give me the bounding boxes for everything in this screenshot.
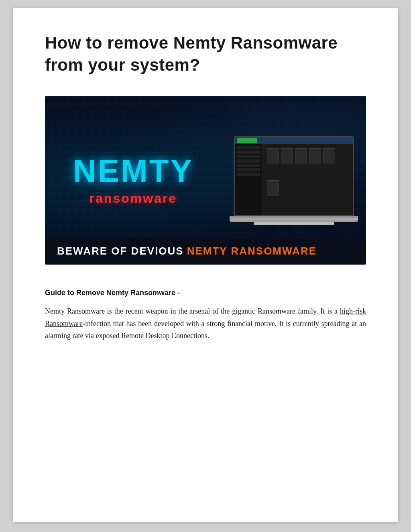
file-icon-3 xyxy=(295,148,307,163)
nemty-title-text: NEMTY xyxy=(73,155,193,187)
laptop-mockup xyxy=(234,136,354,216)
sidebar-mock-3 xyxy=(237,155,260,158)
sidebar-mock-6 xyxy=(237,168,260,171)
file-icon-2 xyxy=(281,148,293,163)
sidebar-mock-5 xyxy=(237,164,260,167)
file-icon-4 xyxy=(309,148,321,163)
hero-left: NEMTY ransomware xyxy=(45,143,222,218)
sidebar-mock-7 xyxy=(237,173,260,176)
guide-heading: Guide to Remove Nemty Ransomware - xyxy=(45,289,366,297)
hero-image: NEMTY ransomware xyxy=(45,96,366,265)
sidebar-mock-2 xyxy=(237,151,260,154)
beware-white-text: BEWARE OF DEVIOUS xyxy=(57,245,184,257)
ransomware-subtitle-text: ransomware xyxy=(90,191,177,206)
hero-right xyxy=(222,128,366,233)
sidebar-mock-4 xyxy=(237,159,260,163)
laptop-main xyxy=(263,144,353,215)
page-container: How to remove Nemty Ransomware from your… xyxy=(13,8,398,522)
laptop-toolbar xyxy=(235,137,353,144)
high-risk-ransomware-link[interactable]: high-risk Ransomware xyxy=(45,307,366,328)
file-icon-1 xyxy=(267,148,279,163)
laptop-content xyxy=(235,144,353,215)
toolbar-green-bar xyxy=(237,138,257,143)
hero-image-container: NEMTY ransomware xyxy=(45,96,366,265)
laptop-sidebar xyxy=(235,144,263,215)
file-icon-5 xyxy=(323,148,335,163)
laptop-base xyxy=(230,216,358,222)
laptop-screen xyxy=(235,137,353,215)
laptop-stand xyxy=(254,222,334,225)
hero-bottom-bar: BEWARE OF DEVIOUS NEMTY RANSOMWARE xyxy=(45,238,366,265)
guide-section: Guide to Remove Nemty Ransomware - Nemty… xyxy=(45,289,366,342)
sidebar-mock-1 xyxy=(237,146,260,149)
file-icon-6 xyxy=(267,180,279,196)
beware-orange-text: NEMTY RANSOMWARE xyxy=(187,245,317,257)
page-title: How to remove Nemty Ransomware from your… xyxy=(45,32,366,76)
guide-body: Nemty Ransomware is the recent weapon in… xyxy=(45,305,366,342)
